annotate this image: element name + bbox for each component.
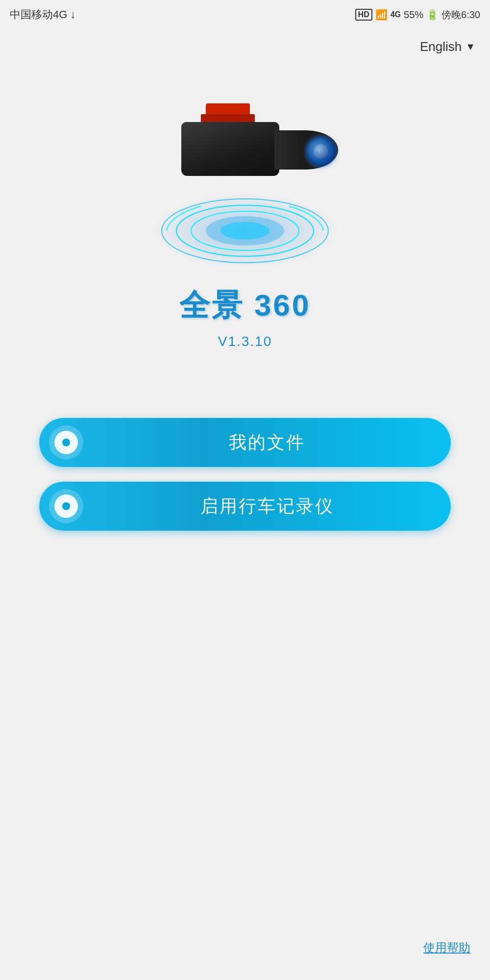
brand-text: 全景 360 bbox=[179, 285, 311, 326]
status-icons: HD 📶 4G 55% 🔋 傍晚6:30 bbox=[355, 8, 480, 22]
my-files-icon-wrap bbox=[49, 425, 83, 460]
start-dashcam-label: 启用行车记录仪 bbox=[83, 494, 451, 518]
svg-point-5 bbox=[220, 222, 270, 240]
hd-badge: HD bbox=[355, 9, 372, 21]
battery-icon: 🔋 bbox=[426, 9, 439, 21]
signal-4g: 4G bbox=[391, 10, 401, 19]
start-dashcam-button[interactable]: 启用行车记录仪 bbox=[39, 482, 451, 531]
carrier-text: 中国移动4G ↓ bbox=[10, 7, 75, 22]
camera-lens bbox=[306, 137, 336, 166]
logo-area: 全景 360 V1.3.10 bbox=[137, 89, 353, 349]
buttons-area: 我的文件 启用行车记录仪 bbox=[0, 418, 490, 531]
main-content: 全景 360 V1.3.10 我的文件 启用行车记录仪 bbox=[0, 59, 490, 531]
start-dashcam-icon-wrap bbox=[49, 489, 83, 523]
camera-body bbox=[176, 103, 314, 192]
start-dashcam-icon-dot bbox=[62, 502, 70, 510]
glow-rings bbox=[152, 192, 338, 270]
language-label: English bbox=[420, 39, 462, 54]
my-files-button[interactable]: 我的文件 bbox=[39, 418, 451, 467]
camera-lens-inner bbox=[314, 144, 328, 159]
my-files-icon-dot bbox=[62, 439, 70, 446]
time-display: 傍晚6:30 bbox=[441, 8, 480, 22]
help-link[interactable]: 使用帮助 bbox=[423, 940, 470, 956]
status-bar: 中国移动4G ↓ HD 📶 4G 55% 🔋 傍晚6:30 bbox=[0, 0, 490, 29]
camera-main-body bbox=[181, 122, 279, 176]
app-logo-image bbox=[137, 89, 353, 275]
chevron-down-icon: ▼ bbox=[466, 41, 475, 52]
wifi-icon: 📶 bbox=[375, 9, 388, 21]
my-files-icon-inner bbox=[54, 431, 78, 454]
download-icon: ↓ bbox=[70, 8, 75, 21]
language-bar: English ▼ bbox=[0, 29, 490, 59]
battery-percent: 55% bbox=[404, 9, 423, 21]
start-dashcam-icon-inner bbox=[54, 494, 78, 518]
version-text: V1.3.10 bbox=[218, 334, 272, 349]
language-selector[interactable]: English ▼ bbox=[420, 39, 475, 54]
my-files-label: 我的文件 bbox=[83, 431, 451, 455]
